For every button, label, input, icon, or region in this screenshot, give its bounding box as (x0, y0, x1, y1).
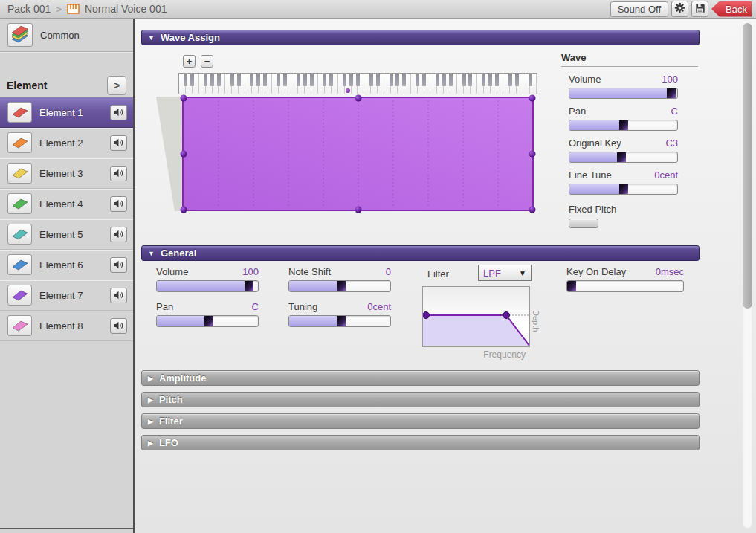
region-handle[interactable] (181, 151, 187, 158)
wave-pan-slider[interactable] (569, 120, 678, 131)
region-handle[interactable] (181, 207, 187, 213)
fixed-pitch-toggle[interactable] (569, 219, 598, 228)
slider-handle[interactable] (204, 316, 213, 326)
sidebar-item-element-1[interactable]: Element 1 (0, 97, 133, 128)
black-key[interactable] (297, 74, 300, 86)
black-key[interactable] (488, 74, 492, 86)
note-shift-slider[interactable] (288, 280, 391, 292)
region-handle[interactable] (529, 207, 536, 213)
region-handle[interactable] (529, 151, 536, 158)
speaker-audition-button[interactable] (110, 196, 127, 212)
black-key[interactable] (217, 74, 221, 86)
sidebar-item-element-8[interactable]: Element 8 (0, 311, 133, 341)
wave-volume-slider[interactable] (569, 88, 678, 99)
filter-type-select[interactable]: LPF ▼ (478, 265, 532, 281)
settings-button[interactable] (671, 1, 688, 17)
general-pan-slider[interactable] (156, 315, 259, 327)
speaker-audition-button[interactable] (110, 288, 127, 303)
speaker-audition-button[interactable] (110, 135, 127, 151)
black-key[interactable] (323, 74, 326, 86)
speaker-audition-button[interactable] (110, 257, 127, 273)
zoom-out-button[interactable]: − (201, 55, 213, 68)
speaker-audition-button[interactable] (110, 105, 127, 120)
slider-handle[interactable] (567, 281, 576, 291)
black-key[interactable] (237, 74, 241, 86)
black-key[interactable] (395, 74, 399, 86)
element-expand-button[interactable]: > (107, 76, 126, 95)
fine-tune-slider[interactable] (569, 184, 678, 195)
breadcrumb-pack[interactable]: Pack 001 (7, 3, 51, 15)
speaker-audition-button[interactable] (110, 318, 127, 334)
speaker-audition-button[interactable] (110, 227, 127, 242)
region-handle[interactable] (355, 207, 361, 213)
black-key[interactable] (256, 74, 260, 86)
black-key[interactable] (310, 74, 314, 86)
section-amplitude[interactable]: ▶ Amplitude (141, 370, 700, 386)
sound-off-button[interactable]: Sound Off (610, 1, 668, 17)
keyboard[interactable] (178, 73, 537, 94)
black-key[interactable] (390, 74, 393, 86)
section-lfo[interactable]: ▶ LFO (141, 435, 700, 450)
black-key[interactable] (422, 74, 426, 86)
wave-range-region[interactable] (182, 97, 534, 211)
black-key[interactable] (277, 74, 280, 86)
black-key[interactable] (343, 74, 346, 86)
black-key[interactable] (468, 74, 472, 86)
general-volume-slider[interactable] (156, 280, 259, 292)
black-key[interactable] (204, 74, 207, 86)
black-key[interactable] (303, 74, 307, 86)
black-key[interactable] (482, 74, 485, 86)
slider-handle[interactable] (667, 88, 676, 98)
region-handle[interactable] (529, 95, 536, 102)
slider-handle[interactable] (337, 316, 346, 326)
slider-handle[interactable] (245, 281, 253, 291)
black-key[interactable] (436, 74, 439, 86)
sidebar-item-element-2[interactable]: Element 2 (0, 128, 133, 158)
key-on-delay-slider[interactable] (566, 280, 684, 292)
zoom-in-button[interactable]: + (183, 55, 196, 68)
black-key[interactable] (263, 74, 267, 86)
black-key[interactable] (529, 74, 532, 86)
black-key[interactable] (515, 74, 519, 86)
sidebar-item-element-5[interactable]: Element 5 (0, 219, 133, 250)
section-pitch[interactable]: ▶ Pitch (141, 392, 700, 407)
wave-assign-header[interactable]: ▼ Wave Assign (141, 30, 700, 45)
black-key[interactable] (369, 74, 373, 86)
sidebar-item-element-3[interactable]: Element 3 (0, 158, 133, 189)
scrollbar-track[interactable] (743, 23, 752, 529)
black-key[interactable] (449, 74, 453, 86)
black-key[interactable] (349, 74, 353, 86)
black-key[interactable] (230, 74, 234, 86)
tuning-slider[interactable] (288, 315, 391, 327)
black-key[interactable] (508, 74, 512, 86)
black-key[interactable] (356, 74, 360, 86)
sidebar-item-element-6[interactable]: Element 6 (0, 250, 133, 280)
black-key[interactable] (442, 74, 446, 86)
section-filter[interactable]: ▶ Filter (141, 413, 700, 429)
slider-handle[interactable] (617, 152, 626, 162)
save-button[interactable] (691, 1, 708, 17)
region-handle[interactable] (181, 95, 187, 102)
black-key[interactable] (376, 74, 380, 86)
black-key[interactable] (329, 74, 333, 86)
filter-curve-graph[interactable] (422, 286, 530, 347)
black-key[interactable] (402, 74, 406, 86)
slider-handle[interactable] (619, 184, 628, 194)
black-key[interactable] (416, 74, 419, 86)
region-handle[interactable] (355, 95, 361, 102)
original-key-slider[interactable] (569, 152, 678, 163)
speaker-audition-button[interactable] (110, 166, 127, 181)
slider-handle[interactable] (619, 120, 628, 130)
black-key[interactable] (462, 74, 466, 86)
black-key[interactable] (210, 74, 214, 86)
black-key[interactable] (250, 74, 253, 86)
black-key[interactable] (495, 74, 499, 86)
slider-handle[interactable] (337, 281, 346, 291)
scrollbar-thumb[interactable] (743, 23, 752, 309)
sidebar-item-element-4[interactable]: Element 4 (0, 189, 133, 219)
sidebar-item-element-7[interactable]: Element 7 (0, 280, 133, 311)
general-header[interactable]: ▼ General (141, 245, 700, 261)
black-key[interactable] (190, 74, 194, 86)
sidebar-item-common[interactable]: Common (0, 19, 133, 52)
back-button[interactable]: Back (711, 1, 752, 17)
